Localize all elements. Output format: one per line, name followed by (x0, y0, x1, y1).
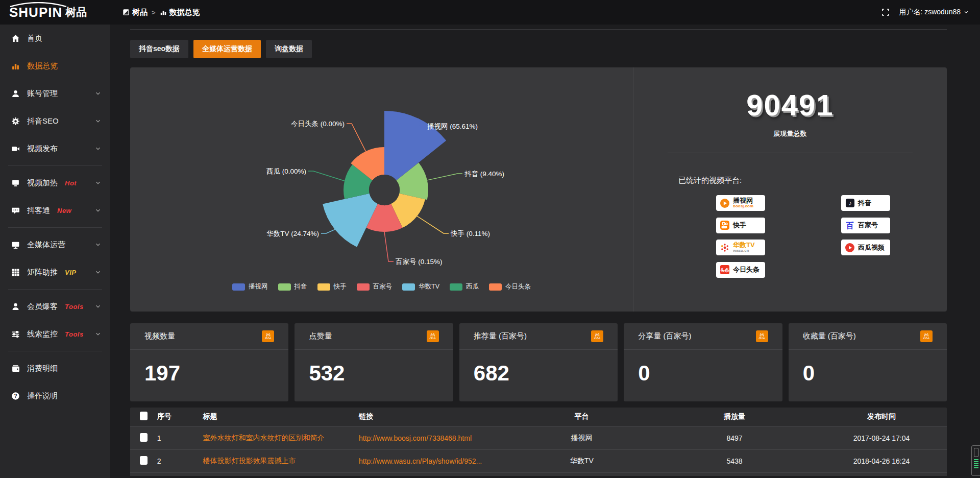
pie-label-快手: 快手 (0.11%) (450, 230, 490, 237)
total-badge: 总 (591, 330, 603, 342)
legend-item-快手[interactable]: 快手 (317, 282, 347, 291)
platform-badge-kuaishou: 快手 (716, 218, 765, 233)
col-header-no: 序号 (157, 408, 203, 426)
row-checkbox[interactable] (140, 433, 148, 442)
pie-label-西瓜: 西瓜 (0.00%) (266, 168, 306, 175)
douyin-logo-icon: ♪ (845, 198, 855, 208)
breadcrumb-item-shupin[interactable]: 树品 (122, 8, 148, 17)
sidebar-item-consumption-detail[interactable]: 消费明细 (0, 354, 110, 382)
user-menu[interactable]: 用户名: zswodun88 (899, 8, 969, 17)
platform-badge-boosj: 播视网boosj.com (716, 195, 765, 211)
sidebar-item-label: 视频发布 (27, 144, 58, 154)
sidebar-item-label: 数据总览 (27, 61, 58, 71)
sidebar-item-video-heating[interactable]: 视频加热Hot (0, 169, 110, 197)
row-plays: 8497 (653, 426, 816, 449)
stat-cards-row: 视频数量总197点赞量总532推荐量 (百家号)总682分享量 (百家号)总0收… (130, 323, 947, 401)
select-all-checkbox[interactable] (140, 412, 148, 420)
sidebar-item-label: 会员爆客 (27, 302, 58, 312)
video-url-link[interactable]: http://www.boosj.com/7338468.html (359, 426, 511, 449)
sidebar-item-account-management[interactable]: 账号管理 (0, 80, 110, 107)
boosj-logo-icon (720, 198, 730, 208)
pie-label-leader (384, 232, 394, 261)
platform-name: 抖音 (858, 200, 871, 207)
pie-label-播视网: 播视网 (65.61%) (427, 123, 478, 130)
username-label: 用户名: zswodun88 (899, 8, 961, 17)
legend-item-百家号[interactable]: 百家号 (357, 282, 393, 291)
tab-douyin-seo-data[interactable]: 抖音seo数据 (130, 40, 188, 58)
video-title-link[interactable]: 楼体投影灯投影效果震撼上市 (203, 449, 359, 472)
platforms-counted-label: 已统计的视频平台: (678, 176, 742, 185)
pie-label-抖音: 抖音 (9.40%) (464, 170, 504, 178)
chat-icon (11, 206, 20, 215)
row-no: 2 (157, 449, 203, 472)
row-checkbox[interactable] (140, 456, 148, 465)
platform-name: 百家号 (858, 222, 878, 229)
wasu-logo-icon (720, 243, 730, 253)
video-title-link[interactable]: 室外水纹灯和室内水纹灯的区别和简介 (203, 426, 359, 449)
floating-widget[interactable] (971, 445, 980, 476)
pie-slice-华数TV[interactable] (323, 194, 378, 247)
kuaishou-logo-icon (720, 220, 730, 230)
app-logo: SHUPIN 树品 (0, 0, 110, 25)
sliders-icon (11, 329, 20, 339)
stat-card-value: 0 (789, 350, 947, 386)
legend-item-播视网[interactable]: 播视网 (232, 282, 268, 291)
tab-omni-media-data[interactable]: 全媒体运营数据 (193, 40, 261, 58)
sidebar-item-doukotong[interactable]: 抖客通New (0, 197, 110, 224)
legend-label: 播视网 (249, 282, 268, 291)
legend-item-西瓜[interactable]: 西瓜 (450, 282, 479, 291)
legend-item-今日头条[interactable]: 今日头条 (489, 282, 531, 291)
stat-card-favorite-count: 收藏量 (百家号)总0 (789, 323, 947, 401)
impressions-total-value: 90491 (633, 88, 947, 122)
sidebar-item-operation-guide[interactable]: ?操作说明 (0, 382, 110, 410)
legend-label: 抖音 (295, 282, 307, 291)
home-icon (11, 34, 20, 43)
fullscreen-icon[interactable] (881, 8, 890, 16)
sidebar-item-label: 首页 (27, 34, 42, 43)
grid-icon (11, 268, 20, 277)
sidebar-item-matrix-boost[interactable]: 矩阵助推VIP (0, 258, 110, 286)
bar-chart-icon (160, 9, 167, 16)
sidebar-item-member-burst[interactable]: 会员爆客Tools (0, 293, 110, 320)
total-badge: 总 (262, 330, 274, 342)
stat-card-title: 视频数量 (144, 331, 175, 341)
sidebar-item-home[interactable]: 首页 (0, 25, 110, 52)
total-badge: 总 (427, 330, 439, 342)
logo-text-cn: 树品 (65, 5, 87, 19)
sidebar: 首页数据总览账号管理抖音SEO视频发布视频加热Hot抖客通New全媒体运营矩阵助… (0, 25, 110, 478)
legend-item-华数TV[interactable]: 华数TV (402, 282, 439, 291)
breadcrumb-separator: > (152, 9, 156, 16)
floating-widget-handle (974, 448, 978, 457)
sidebar-item-data-overview[interactable]: 数据总览 (0, 52, 110, 80)
sidebar-item-lead-monitor[interactable]: 线索监控Tools (0, 320, 110, 348)
sidebar-item-video-publish[interactable]: 视频发布 (0, 135, 110, 162)
stat-card-value: 197 (130, 350, 288, 386)
legend-swatch (317, 283, 330, 291)
legend-label: 百家号 (373, 282, 393, 291)
video-url-link[interactable]: http://www.wasu.cn/Play/show/id/952... (359, 449, 511, 472)
pie-label-leader (417, 216, 449, 233)
chevron-down-icon (95, 90, 101, 97)
stat-card-recommend-count: 推荐量 (百家号)总682 (459, 323, 618, 401)
sidebar-item-douyin-seo[interactable]: 抖音SEO (0, 107, 110, 135)
legend-swatch (232, 283, 245, 291)
table-row: 2楼体投影灯投影效果震撼上市http://www.wasu.cn/Play/sh… (130, 449, 947, 472)
sidebar-item-label: 线索监控 (27, 329, 58, 339)
legend-swatch (402, 283, 415, 291)
legend-item-抖音[interactable]: 抖音 (278, 282, 307, 291)
summary-divider (668, 153, 913, 153)
platform-share-pie-chart: 播视网 (65.61%)抖音 (9.40%)快手 (0.11%)百家号 (0.1… (130, 67, 633, 312)
sidebar-item-label: 抖客通 (27, 206, 50, 216)
legend-swatch (278, 283, 291, 291)
chevron-down-icon (95, 146, 101, 152)
chevron-down-icon (95, 269, 101, 275)
sidebar-item-omni-media[interactable]: 全媒体运营 (0, 231, 110, 258)
legend-label: 华数TV (419, 282, 439, 291)
breadcrumb-item-data-overview[interactable]: 数据总览 (160, 8, 200, 17)
platform-subtitle: boosj.com (733, 204, 753, 208)
col-header-link: 链接 (359, 408, 511, 426)
logo-text-en: SHUPIN (9, 6, 62, 19)
tab-inquiry-data[interactable]: 询盘数据 (266, 40, 312, 58)
monitor-icon (11, 240, 20, 249)
pie-label-leader (347, 124, 366, 151)
